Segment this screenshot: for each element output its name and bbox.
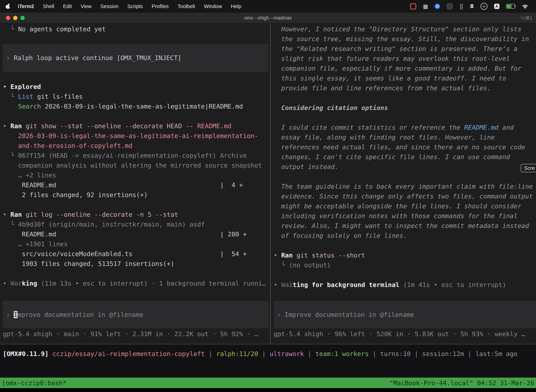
terminal-line (3, 200, 270, 210)
terminal-line: └ List git ls-files (3, 92, 270, 102)
terminal-line: [OMX#0.11.9] cczip/essay/ai-reimplementa… (3, 349, 536, 359)
terminal-line: companion file, especially if more comme… (274, 64, 536, 73)
right-terminal-pane[interactable]: However, I noticed the "Directory Struct… (271, 23, 536, 344)
terminal-line: provide file and line references from th… (274, 83, 536, 93)
left-prompt-input[interactable]: › Improve documentation in @filename (3, 301, 269, 328)
apple-icon[interactable] (6, 4, 10, 9)
tmux-panes: └ No agents completed yet› Ralph loop ac… (0, 23, 536, 344)
bottom-filler (0, 388, 536, 392)
terminal-line: README.md | 4 + (3, 180, 270, 190)
terminal-line: … +1901 lines (3, 239, 270, 249)
terminal-line: The team guideline is to back every impo… (274, 182, 536, 191)
terminal-line: the "Related research writing" section i… (274, 44, 536, 54)
close-button[interactable] (6, 16, 10, 20)
terminal-line: changes, I can't cite specific file line… (274, 152, 536, 162)
right-pane-output: However, I noticed the "Directory Struct… (274, 24, 536, 290)
terminal-line (3, 269, 270, 279)
tmux-host-clock-label: "MacBook-Pro-44.local" 04:52 31-Mar-26 (389, 379, 534, 387)
terminal-line (3, 72, 270, 82)
omx-status-bar: [OMX#0.11.9] cczip/essay/ai-reimplementa… (0, 344, 536, 378)
terminal-line: this single essay, it seems like a good … (274, 73, 536, 83)
menu-bar: iTerm2 Shell Edit View Session Scripts P… (0, 0, 536, 13)
dark-app-icon[interactable] (447, 3, 453, 9)
terminal-line: src/voice/voiceModeEnabled.ts | 54 + (3, 249, 270, 259)
menu-item-profiles[interactable]: Profiles (147, 4, 173, 9)
terminal-line (274, 93, 536, 103)
menu-bar-status-icons: ▦ ⣿ 8 61 A ϟ (410, 3, 532, 10)
battery-icon[interactable]: ϟ (506, 4, 515, 9)
terminal-line: └ 4b9d30f (origin/main, instructkr/main,… (3, 219, 270, 229)
terminal-line: evidence. Since this change only affects… (274, 191, 536, 201)
tmux-status-bar: [omx-cczip0:bash* "MacBook-Pro-44.local"… (0, 378, 536, 388)
terminal-line: of focusing solely on file lines. (274, 231, 536, 241)
terminal-line: However, I noticed the "Directory Struct… (274, 24, 536, 34)
dots-grid-icon[interactable]: ⣿ (459, 4, 463, 9)
terminal-line: slight risk that future readers may over… (274, 54, 536, 64)
omx-status-line: [OMX#0.11.9] cczip/essay/ai-reimplementa… (3, 349, 536, 359)
menu-item-edit[interactable]: Edit (58, 4, 76, 9)
terminal-line: companion analysis without altering the … (3, 160, 270, 170)
terminal-line: └ (no output) (274, 260, 536, 270)
blue-app-icon[interactable] (435, 4, 440, 9)
menu-item-session[interactable]: Session (96, 4, 123, 9)
left-terminal-pane[interactable]: └ No agents completed yet› Ralph loop ac… (0, 23, 270, 344)
menu-item-iterm2[interactable]: iTerm2 (13, 4, 38, 9)
menu-item-scripts[interactable]: Scripts (123, 4, 147, 9)
left-pane-output: └ No agents completed yet› Ralph loop ac… (3, 24, 270, 288)
terminal-line: Considering citation options (274, 103, 536, 113)
menu-item-window[interactable]: Window (199, 4, 226, 9)
terminal-line (3, 111, 270, 121)
menu-item-toolbelt[interactable]: Toolbelt (173, 4, 199, 9)
terminal-line (274, 270, 536, 280)
menu-item-help[interactable]: Help (226, 4, 246, 9)
terminal-line (3, 34, 270, 44)
right-model-status-line: gpt-5.4 xhigh · 96% left · 520K in · 5.8… (274, 329, 525, 339)
terminal-line: › Ralph loop active continue [OMX_TMUX_I… (6, 53, 182, 63)
terminal-line: 2 files changed, 92 insertions(+) (3, 190, 270, 200)
menu-item-view[interactable]: View (76, 4, 96, 9)
menu-items: iTerm2 Shell Edit View Session Scripts P… (13, 4, 246, 9)
digit-8-icon[interactable]: 8 (470, 4, 474, 9)
minimize-button[interactable] (13, 16, 17, 20)
terminal-line: references need actual files, and since … (274, 142, 536, 152)
terminal-line (274, 113, 536, 123)
tmux-session-label: [omx-cczip0:bash* (2, 379, 67, 387)
terminal-window: └ No agents completed yet› Ralph loop ac… (0, 23, 536, 392)
terminal-line: I could cite commit statistics or refere… (274, 123, 536, 132)
window-grid-icon[interactable]: ▦ (423, 4, 428, 9)
terminal-line: might be acceptable alongside the file l… (274, 201, 536, 211)
terminal-line: 2026-03-09-is-legal-the-same-as-legitima… (3, 131, 270, 141)
terminal-line: including verification notes with those … (274, 211, 536, 221)
letter-a-icon[interactable]: A (494, 4, 499, 9)
terminal-line: └ 067f154 (HEAD -> essay/ai-reimplementa… (3, 151, 270, 160)
terminal-line: README.md | 280 + (3, 229, 270, 239)
terminal-line: output instead. (274, 162, 536, 172)
traffic-lights (6, 16, 25, 20)
terminal-line: • Ran git status --short (274, 250, 536, 260)
window-title-bar[interactable]: omx --xhigh --madmax ⌥⌘1 (0, 13, 536, 23)
screen-overlay-button[interactable]: Scre (521, 164, 536, 172)
terminal-line: › Improve documentation in @filename (277, 310, 414, 320)
screen-record-stop-icon[interactable] (410, 3, 416, 9)
terminal-line: 1903 files changed, 513517 insertions(+) (3, 259, 270, 269)
charging-bolt-icon: ϟ (510, 4, 512, 8)
terminal-line: … +2 lines (3, 170, 270, 180)
terminal-line: • Explored (3, 82, 270, 92)
terminal-line (274, 241, 536, 250)
terminal-line: • Ran git show --stat --oneline --decora… (3, 121, 270, 131)
menu-item-shell[interactable]: Shell (38, 4, 59, 9)
terminal-line: essay file, along with finding root file… (274, 132, 536, 142)
terminal-line: • Ran git log --oneline --decorate -n 5 … (3, 210, 270, 219)
terminal-line: └ No agents completed yet (3, 24, 270, 34)
zoom-button[interactable] (20, 16, 25, 20)
right-prompt-input[interactable]: › Improve documentation in @filename (274, 301, 536, 328)
terminal-line: • Waiting for background terminal (1m 41… (274, 280, 536, 290)
window-hotkey-label: ⌥⌘1 (520, 15, 532, 21)
terminal-line: › Improve documentation in @filename (6, 310, 143, 320)
wifi-icon[interactable] (522, 4, 529, 9)
gauge-icon[interactable]: 61 (480, 3, 488, 10)
terminal-line: Search 2026-03-09-is-legal-the-same-as-l… (3, 102, 270, 111)
terminal-line: the source tree, missing the essay. Stil… (274, 34, 536, 44)
inject-banner: › Ralph loop active continue [OMX_TMUX_I… (3, 44, 268, 72)
terminal-line: • Working (11m 13s • esc to interrupt) ·… (3, 279, 270, 288)
